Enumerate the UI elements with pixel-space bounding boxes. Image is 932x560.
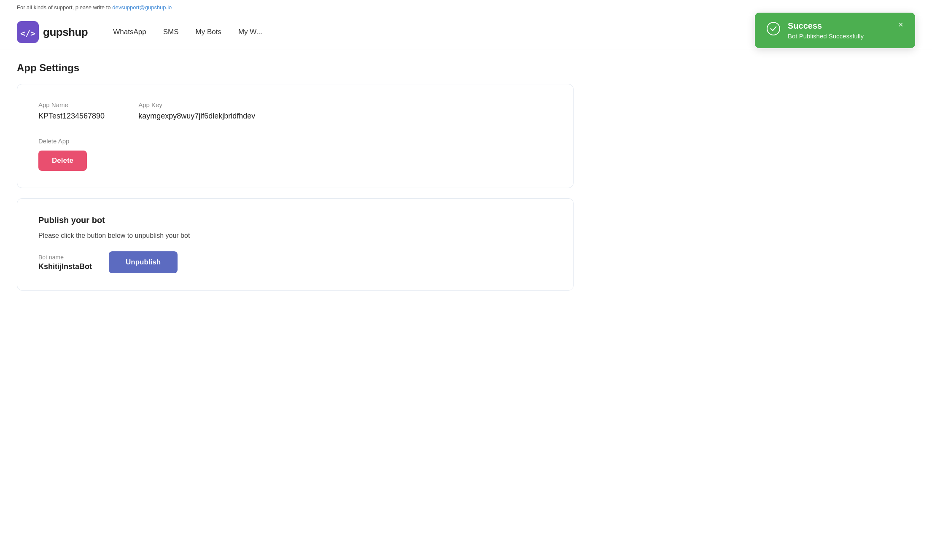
logo-text: gupshup (43, 26, 88, 39)
toast-success-icon (767, 22, 780, 35)
logo[interactable]: </>gupshup (17, 21, 88, 43)
support-email[interactable]: devsupport@gupshup.io (112, 4, 172, 11)
main-content: App Settings App Name KPTest1234567890 A… (0, 49, 590, 313)
app-name-label: App Name (38, 101, 105, 108)
page-title: App Settings (17, 62, 574, 74)
nav-mybots[interactable]: My Bots (196, 28, 221, 36)
toast-title: Success (788, 21, 891, 31)
app-key-value: kaymgexpy8wuy7jif6dlekjbridfhdev (138, 112, 255, 121)
delete-button[interactable]: Delete (38, 151, 87, 171)
app-name-group: App Name KPTest1234567890 (38, 101, 105, 121)
publish-card: Publish your bot Please click the button… (17, 198, 574, 291)
toast-close-button[interactable]: × (898, 20, 903, 29)
toast-message: Bot Published Successfully (788, 32, 891, 40)
app-name-value: KPTest1234567890 (38, 112, 105, 121)
bot-name-value: KshitijInstaBot (38, 262, 92, 271)
svg-text:</>: </> (20, 28, 35, 38)
nav-links: WhatsApp SMS My Bots My W... (113, 28, 262, 36)
bot-name-group: Bot name KshitijInstaBot (38, 254, 92, 271)
bot-name-label: Bot name (38, 254, 92, 261)
gupshup-logo-icon: </> (17, 21, 39, 43)
app-fields-row: App Name KPTest1234567890 App Key kaymge… (38, 101, 552, 121)
nav-whatsapp[interactable]: WhatsApp (113, 28, 146, 36)
nav-sms[interactable]: SMS (163, 28, 179, 36)
toast-content: Success Bot Published Successfully (788, 21, 891, 40)
support-text: For all kinds of support, please write t… (17, 4, 112, 11)
publish-card-title: Publish your bot (38, 215, 552, 225)
nav-myw[interactable]: My W... (238, 28, 262, 36)
app-settings-card: App Name KPTest1234567890 App Key kaymge… (17, 84, 574, 188)
success-toast: Success Bot Published Successfully × (755, 13, 915, 48)
publish-row: Bot name KshitijInstaBot Unpublish (38, 251, 552, 273)
delete-app-label: Delete App (38, 137, 552, 145)
app-key-group: App Key kaymgexpy8wuy7jif6dlekjbridfhdev (138, 101, 255, 121)
app-key-label: App Key (138, 101, 255, 108)
delete-section: Delete App Delete (38, 137, 552, 171)
checkmark-icon (770, 25, 777, 32)
unpublish-button[interactable]: Unpublish (109, 251, 178, 273)
publish-card-desc: Please click the button below to unpubli… (38, 232, 552, 240)
